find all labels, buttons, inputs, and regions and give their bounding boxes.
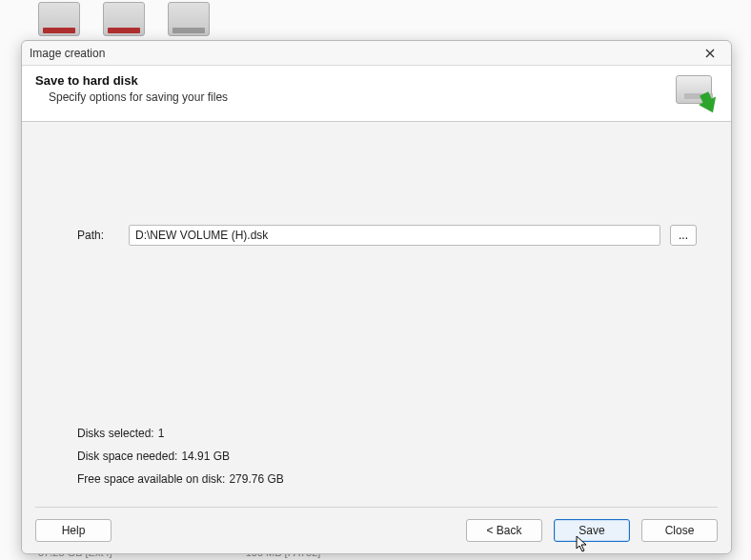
header-heading: Save to hard disk	[35, 73, 664, 88]
disks-selected-label: Disks selected:	[77, 427, 154, 440]
save-to-disk-icon	[672, 73, 718, 111]
disk-thumb-icon	[168, 2, 210, 36]
space-needed-row: Disk space needed: 14.91 GB	[77, 450, 284, 463]
header-subtext: Specify options for saving your files	[49, 90, 664, 104]
path-row: Path: ...	[77, 225, 697, 246]
close-button[interactable]	[697, 44, 723, 63]
free-space-value: 279.76 GB	[229, 472, 283, 486]
summary-info: Disks selected: 1 Disk space needed: 14.…	[77, 427, 284, 486]
disks-selected-value: 1	[158, 427, 165, 440]
dialog-header: Save to hard disk Specify options for sa…	[22, 66, 731, 122]
back-button[interactable]: < Back	[466, 519, 542, 542]
dialog-title: Image creation	[30, 47, 697, 60]
space-needed-value: 14.91 GB	[181, 450, 230, 463]
close-icon	[705, 46, 715, 61]
dialog-footer: Help < Back Save Close	[22, 508, 731, 553]
image-creation-dialog: Image creation Save to hard disk Specify…	[21, 40, 732, 554]
bg-disk-thumbnails	[38, 0, 210, 36]
help-button[interactable]: Help	[35, 519, 112, 542]
disk-thumb-icon	[103, 2, 145, 36]
free-space-row: Free space available on disk: 279.76 GB	[77, 472, 284, 486]
browse-button[interactable]: ...	[670, 225, 697, 246]
dialog-body: Path: ... Disks selected: 1 Disk space n…	[22, 122, 731, 507]
space-needed-label: Disk space needed:	[77, 450, 177, 463]
disk-thumb-icon	[38, 2, 80, 36]
path-input[interactable]	[129, 225, 660, 246]
path-label: Path:	[77, 229, 119, 242]
save-button[interactable]: Save	[554, 519, 630, 542]
dialog-titlebar: Image creation	[22, 41, 731, 66]
close-footer-button[interactable]: Close	[641, 519, 718, 542]
disks-selected-row: Disks selected: 1	[77, 427, 284, 440]
free-space-label: Free space available on disk:	[77, 472, 225, 486]
